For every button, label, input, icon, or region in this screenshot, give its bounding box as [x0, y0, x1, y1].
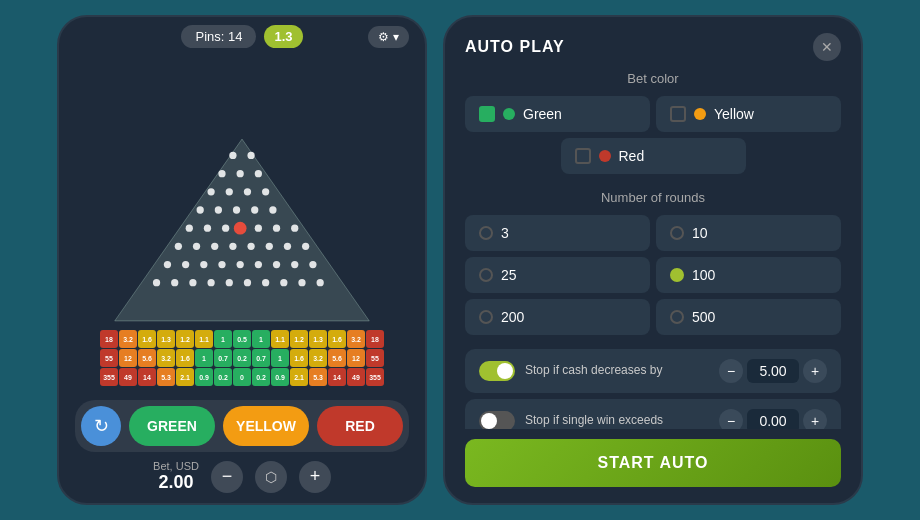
cash-decrease-value: 5.00 [747, 359, 799, 383]
screen-container: Pins: 14 1.3 ⚙ ▾ [0, 0, 920, 520]
svg-point-32 [200, 261, 207, 268]
svg-point-44 [244, 279, 251, 286]
bet-color-row-2: Red [465, 138, 841, 174]
svg-point-35 [255, 261, 262, 268]
cash-decrease-control: − 5.00 + [719, 359, 827, 383]
bet-info: Bet, USD 2.00 [153, 460, 199, 493]
svg-point-34 [237, 261, 244, 268]
score-cell: 18 [100, 330, 118, 348]
score-row-1: 18 3.2 1.6 1.3 1.2 1.1 1 0.5 1 1.1 1.2 1… [69, 330, 415, 348]
score-cell: 5.3 [309, 368, 327, 386]
score-cell: 1.6 [176, 349, 194, 367]
svg-point-20 [273, 225, 280, 232]
svg-point-27 [266, 243, 273, 250]
score-cell: 355 [366, 368, 384, 386]
score-cell: 1.6 [138, 330, 156, 348]
svg-point-33 [218, 261, 225, 268]
refresh-button[interactable]: ↻ [81, 406, 121, 446]
round-label-25: 25 [501, 267, 517, 283]
svg-point-21 [291, 225, 298, 232]
red-checkbox[interactable] [575, 148, 591, 164]
round-option-200[interactable]: 200 [465, 299, 650, 335]
yellow-button[interactable]: YELLOW [223, 406, 309, 446]
round-option-25[interactable]: 25 [465, 257, 650, 293]
score-cell: 1 [195, 349, 213, 367]
svg-point-17 [222, 225, 229, 232]
svg-point-5 [255, 170, 262, 177]
svg-point-39 [153, 279, 160, 286]
single-win-control: − 0.00 + [719, 409, 827, 429]
svg-point-3 [218, 170, 225, 177]
score-cell: 0.7 [252, 349, 270, 367]
cash-decrease-text: Stop if cash decreases by [525, 363, 709, 379]
score-cell: 49 [347, 368, 365, 386]
modal-footer: START AUTO [445, 429, 861, 503]
score-cell: 0.7 [214, 349, 232, 367]
score-rows: 18 3.2 1.6 1.3 1.2 1.1 1 0.5 1 1.1 1.2 1… [69, 330, 415, 386]
cash-decrease-toggle[interactable] [479, 361, 515, 381]
svg-point-19 [255, 225, 262, 232]
multiplier-badge: 1.3 [264, 25, 302, 48]
yellow-checkbox[interactable] [670, 106, 686, 122]
score-cell: 3.2 [119, 330, 137, 348]
green-checkbox[interactable] [479, 106, 495, 122]
bet-decrease-button[interactable]: − [211, 461, 243, 493]
game-area: 18 3.2 1.6 1.3 1.2 1.1 1 0.5 1 1.1 1.2 1… [59, 56, 425, 390]
bottom-controls: ↻ GREEN YELLOW RED Bet, USD 2.00 − ⬡ + [59, 390, 425, 503]
score-cell: 0.9 [195, 368, 213, 386]
score-cell: 0.9 [271, 368, 289, 386]
svg-point-42 [207, 279, 214, 286]
round-option-100[interactable]: 100 [656, 257, 841, 293]
score-cell: 49 [119, 368, 137, 386]
color-option-red[interactable]: Red [561, 138, 746, 174]
round-option-3[interactable]: 3 [465, 215, 650, 251]
round-radio-100[interactable] [670, 268, 684, 282]
cash-decrease-plus[interactable]: + [803, 359, 827, 383]
round-radio-10[interactable] [670, 226, 684, 240]
svg-point-47 [298, 279, 305, 286]
red-button[interactable]: RED [317, 406, 403, 446]
round-radio-3[interactable] [479, 226, 493, 240]
svg-point-36 [273, 261, 280, 268]
score-cell: 1 [271, 349, 289, 367]
single-win-text: Stop if single win exceeds [525, 413, 709, 429]
score-cell: 0.2 [214, 368, 232, 386]
cash-decrease-minus[interactable]: − [719, 359, 743, 383]
score-cell: 0.2 [252, 368, 270, 386]
toggle-knob [497, 363, 513, 379]
score-cell: 5.3 [157, 368, 175, 386]
stop-single-win-row: Stop if single win exceeds − 0.00 + [465, 399, 841, 429]
stop-cash-decrease-row: Stop if cash decreases by − 5.00 + [465, 349, 841, 393]
svg-point-46 [280, 279, 287, 286]
color-option-green[interactable]: Green [465, 96, 650, 132]
round-radio-200[interactable] [479, 310, 493, 324]
round-option-500[interactable]: 500 [656, 299, 841, 335]
score-cell: 1.3 [309, 330, 327, 348]
start-auto-button[interactable]: START AUTO [465, 439, 841, 487]
score-cell: 55 [366, 349, 384, 367]
round-radio-500[interactable] [670, 310, 684, 324]
gear-icon: ⚙ [378, 30, 389, 44]
score-cell: 55 [100, 349, 118, 367]
close-button[interactable]: ✕ [813, 33, 841, 61]
single-win-plus[interactable]: + [803, 409, 827, 429]
color-option-yellow[interactable]: Yellow [656, 96, 841, 132]
top-bar: Pins: 14 1.3 ⚙ ▾ [59, 17, 425, 56]
toggle-knob-2 [481, 413, 497, 429]
svg-point-2 [247, 152, 254, 159]
bet-increase-button[interactable]: + [299, 461, 331, 493]
single-win-minus[interactable]: − [719, 409, 743, 429]
settings-button[interactable]: ⚙ ▾ [368, 26, 409, 48]
round-radio-25[interactable] [479, 268, 493, 282]
score-cell: 3.2 [347, 330, 365, 348]
green-button[interactable]: GREEN [129, 406, 215, 446]
left-phone: Pins: 14 1.3 ⚙ ▾ [57, 15, 427, 505]
score-row-3: 355 49 14 5.3 2.1 0.9 0.2 0 0.2 0.9 2.1 … [69, 368, 415, 386]
round-option-10[interactable]: 10 [656, 215, 841, 251]
score-cell: 1 [252, 330, 270, 348]
stop-section: Stop if cash decreases by − 5.00 + Stop … [465, 349, 841, 429]
single-win-toggle[interactable] [479, 411, 515, 429]
score-cell: 0.2 [233, 349, 251, 367]
svg-point-15 [186, 225, 193, 232]
score-cell: 1 [214, 330, 232, 348]
